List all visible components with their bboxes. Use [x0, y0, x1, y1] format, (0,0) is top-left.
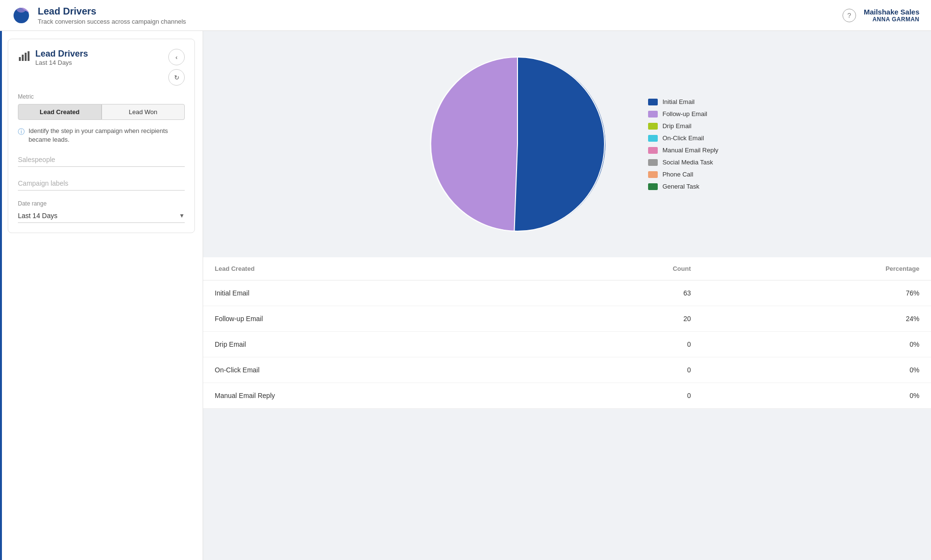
table-row: Follow-up Email 20 24%	[203, 306, 931, 332]
col-header-percentage: Percentage	[702, 257, 931, 280]
chart-section: Initial Email Follow-up Email Drip Email…	[203, 31, 931, 257]
app-title: Lead Drivers	[38, 6, 186, 17]
svg-rect-1	[22, 55, 24, 61]
legend-item: On-Click Email	[648, 134, 719, 142]
info-row: ⓘ Identify the step in your campaign whe…	[18, 127, 185, 144]
card-title: Lead Drivers	[35, 49, 88, 59]
pie-initial-email	[514, 57, 605, 231]
pie-chart	[416, 43, 619, 246]
legend-color-swatch	[648, 111, 658, 118]
campaign-labels-input[interactable]	[18, 177, 185, 191]
svg-rect-3	[28, 51, 30, 61]
date-range-label: Date range	[18, 200, 185, 207]
legend-item: Follow-up Email	[648, 110, 719, 118]
legend-item-label: On-Click Email	[663, 134, 704, 142]
user-info: Mailshake Sales ANNA GARMAN	[864, 8, 919, 23]
date-range-select[interactable]: Last 14 Days ▼	[18, 209, 185, 223]
app-subtitle: Track conversion success across campaign…	[38, 18, 186, 25]
salespeople-filter	[18, 153, 185, 167]
legend-item-label: Drip Email	[663, 122, 692, 130]
sidebar-card-title-area: Lead Drivers Last 14 Days	[18, 49, 88, 66]
back-button[interactable]: ‹	[168, 49, 185, 65]
metric-tabs: Lead Created Lead Won	[18, 104, 185, 120]
legend-item: Drip Email	[648, 122, 719, 130]
refresh-button[interactable]: ↻	[168, 69, 185, 86]
header-right: ? Mailshake Sales ANNA GARMAN	[842, 8, 919, 23]
row-count: 0	[537, 383, 702, 409]
row-label: Initial Email	[203, 280, 537, 306]
row-label: Drip Email	[203, 332, 537, 357]
legend-item: Manual Email Reply	[648, 147, 719, 154]
table-header-row: Lead Created Count Percentage	[203, 257, 931, 280]
header-left: Lead Drivers Track conversion success ac…	[12, 6, 186, 25]
chart-legend: Initial Email Follow-up Email Drip Email…	[648, 98, 719, 190]
row-percentage: 0%	[702, 357, 931, 383]
legend-color-swatch	[648, 147, 658, 154]
date-range-value: Last 14 Days	[18, 212, 58, 220]
row-count: 63	[537, 280, 702, 306]
svg-rect-0	[19, 57, 21, 61]
table-row: On-Click Email 0 0%	[203, 357, 931, 383]
legend-item: Initial Email	[648, 98, 719, 105]
legend-item-label: Initial Email	[663, 98, 695, 105]
pie-followup-email	[431, 57, 517, 231]
user-name: ANNA GARMAN	[864, 16, 919, 23]
app-name: Mailshake Sales	[864, 8, 919, 16]
header-title-area: Lead Drivers Track conversion success ac…	[38, 6, 186, 25]
pie-svg	[416, 43, 619, 246]
row-label: Manual Email Reply	[203, 383, 537, 409]
logo-icon	[12, 6, 31, 25]
tab-lead-created[interactable]: Lead Created	[18, 104, 102, 120]
row-percentage: 24%	[702, 306, 931, 332]
info-icon: ⓘ	[18, 127, 25, 137]
svg-rect-2	[25, 53, 27, 61]
table-section: Lead Created Count Percentage Initial Em…	[203, 257, 931, 409]
main-layout: Lead Drivers Last 14 Days ‹ ↻ Metric Lea…	[0, 31, 931, 560]
row-percentage: 0%	[702, 332, 931, 357]
legend-color-swatch	[648, 135, 658, 142]
row-label: On-Click Email	[203, 357, 537, 383]
data-table: Lead Created Count Percentage Initial Em…	[203, 257, 931, 409]
date-range-group: Date range Last 14 Days ▼	[18, 200, 185, 223]
help-button[interactable]: ?	[842, 9, 856, 22]
bar-chart-icon	[18, 50, 30, 65]
app-header: Lead Drivers Track conversion success ac…	[0, 0, 931, 31]
card-title-group: Lead Drivers Last 14 Days	[35, 49, 88, 66]
row-count: 0	[537, 332, 702, 357]
table-row: Initial Email 63 76%	[203, 280, 931, 306]
legend-color-swatch	[648, 183, 658, 190]
legend-color-swatch	[648, 123, 658, 130]
row-count: 0	[537, 357, 702, 383]
campaign-labels-filter	[18, 177, 185, 191]
legend-item: Social Media Task	[648, 159, 719, 166]
legend-item-label: Follow-up Email	[663, 110, 707, 118]
metric-label: Metric	[18, 93, 185, 100]
legend-item: General Task	[648, 183, 719, 190]
salespeople-input[interactable]	[18, 153, 185, 167]
left-accent	[0, 31, 2, 560]
main-content: Initial Email Follow-up Email Drip Email…	[203, 31, 931, 560]
sidebar-buttons: ‹ ↻	[168, 49, 185, 86]
legend-item-label: General Task	[663, 183, 699, 190]
col-header-label: Lead Created	[203, 257, 537, 280]
row-percentage: 76%	[702, 280, 931, 306]
col-header-count: Count	[537, 257, 702, 280]
table-row: Drip Email 0 0%	[203, 332, 931, 357]
legend-color-swatch	[648, 99, 658, 105]
legend-item-label: Phone Call	[663, 171, 694, 178]
legend-item-label: Manual Email Reply	[663, 147, 719, 154]
row-percentage: 0%	[702, 383, 931, 409]
sidebar: Lead Drivers Last 14 Days ‹ ↻ Metric Lea…	[0, 31, 203, 560]
card-subtitle: Last 14 Days	[35, 59, 88, 66]
table-row: Manual Email Reply 0 0%	[203, 383, 931, 409]
legend-color-swatch	[648, 159, 658, 166]
row-label: Follow-up Email	[203, 306, 537, 332]
tab-lead-won[interactable]: Lead Won	[102, 104, 185, 120]
info-text: Identify the step in your campaign when …	[29, 127, 185, 144]
legend-item: Phone Call	[648, 171, 719, 178]
sidebar-card: Lead Drivers Last 14 Days ‹ ↻ Metric Lea…	[8, 39, 195, 233]
sidebar-card-header: Lead Drivers Last 14 Days ‹ ↻	[18, 49, 185, 86]
row-count: 20	[537, 306, 702, 332]
legend-item-label: Social Media Task	[663, 159, 713, 166]
chevron-down-icon: ▼	[179, 212, 185, 219]
